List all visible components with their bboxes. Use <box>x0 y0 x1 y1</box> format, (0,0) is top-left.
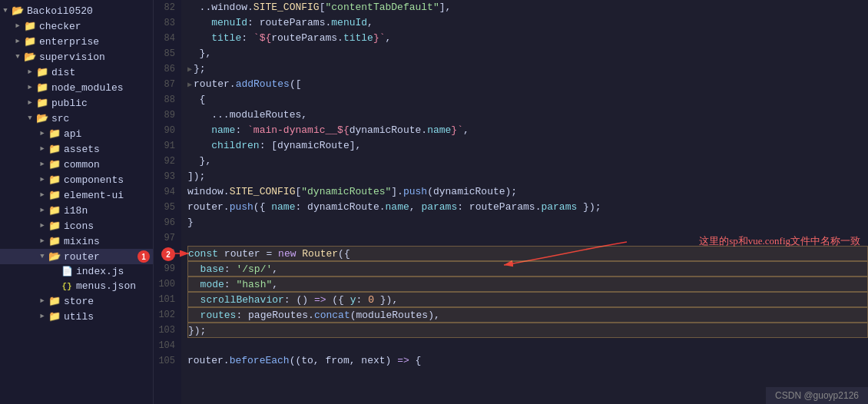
line-num-100: 100 <box>157 277 175 292</box>
code-line-105: router.beforeEach((to, from, next) => { <box>187 353 868 369</box>
file-tree[interactable]: ▼📂Backoil0520►📁checker►📁enterprise▼📂supe… <box>0 0 154 404</box>
code-line-82: ..window.SITE_CONFIG["contentTabDefault"… <box>187 0 868 15</box>
tree-item-label: enterprise <box>39 36 99 48</box>
folder-icon: 📁 <box>35 66 49 78</box>
badge-2: 2 <box>161 247 175 261</box>
sidebar-item-public[interactable]: ►📁public <box>0 95 153 111</box>
sidebar-item-index-js[interactable]: 📄index.js <box>0 264 153 279</box>
line-num-91: 91 <box>157 138 175 154</box>
tree-item-label: mixins <box>64 236 100 247</box>
folder-arrow: ▼ <box>37 253 48 260</box>
sidebar-item-element-ui[interactable]: ►📁element-ui <box>0 187 153 203</box>
line-num-105: 105 <box>157 353 175 369</box>
line-num-93: 93 <box>157 169 175 184</box>
folder-open-icon: 📂 <box>35 112 49 124</box>
line-num-99: 99 <box>157 261 175 277</box>
sidebar-item-dist[interactable]: ►📁dist <box>0 65 153 80</box>
folder-icon: 📁 <box>48 174 61 186</box>
tree-item-label: assets <box>64 144 100 155</box>
tree-item-label: i18n <box>64 205 88 217</box>
sidebar-item-components[interactable]: ►📁components <box>0 172 153 187</box>
sidebar-item-utils[interactable]: ►📁utils <box>0 309 153 324</box>
sidebar-item-assets[interactable]: ►📁assets <box>0 141 153 157</box>
folder-icon: 📁 <box>48 310 61 323</box>
sidebar-item-common[interactable]: ►📁common <box>0 157 153 172</box>
file-js-icon: 📄 <box>60 266 74 277</box>
sidebar-item-icons[interactable]: ►📁icons <box>0 218 153 233</box>
folder-arrow: ► <box>37 313 48 320</box>
folder-icon: 📁 <box>48 143 61 155</box>
tree-item-label: router <box>64 251 100 263</box>
sidebar-item-enterprise[interactable]: ►📁enterprise <box>0 34 153 49</box>
line-num-87: 87 <box>157 77 175 92</box>
sidebar-item-menus-json[interactable]: {}menus.json <box>0 279 153 293</box>
tree-item-label: api <box>64 128 81 140</box>
line-num-83: 83 <box>157 15 175 31</box>
folder-icon: 📁 <box>48 204 61 217</box>
line-num-84: 84 <box>157 31 175 46</box>
line-num-96: 96 <box>157 215 175 230</box>
folder-open-icon: 📂 <box>23 51 37 63</box>
annotation-comment: 这里的sp和vue.config文件中名称一致 <box>699 234 860 248</box>
folder-icon: 📁 <box>23 20 37 32</box>
code-line-100: mode: "hash", <box>187 277 868 292</box>
line-num-89: 89 <box>157 108 175 123</box>
code-line-86: ▶}; <box>187 61 868 77</box>
sidebar-item-mixins[interactable]: ►📁mixins <box>0 233 153 249</box>
tree-item-label: utils <box>64 311 94 323</box>
folder-open-icon: 📂 <box>48 250 61 263</box>
tree-item-label: dist <box>51 67 75 78</box>
folder-arrow: ► <box>37 191 48 199</box>
folder-icon: 📁 <box>48 295 61 307</box>
folder-arrow: ► <box>37 297 48 305</box>
sidebar-item-store[interactable]: ►📁store <box>0 293 153 309</box>
folder-icon: 📁 <box>35 97 49 109</box>
sidebar-item-i18n[interactable]: ►📁i18n <box>0 203 153 218</box>
folder-arrow: ► <box>12 22 23 30</box>
code-line-103: }); <box>187 323 868 338</box>
tree-item-label: public <box>51 98 88 109</box>
badge-1: 1 <box>137 250 150 263</box>
folder-arrow: ▼ <box>25 114 35 122</box>
tree-item-label: checker <box>39 21 81 32</box>
line-numbers: 8283848586878889909192939495969798991001… <box>154 0 181 404</box>
tree-item-label: common <box>64 159 100 171</box>
folder-open-icon: 📂 <box>11 5 25 17</box>
folder-icon: 📁 <box>48 220 61 232</box>
code-line-89: ...moduleRoutes, <box>187 108 868 123</box>
tree-item-label: icons <box>64 220 94 232</box>
code-line-84: title: `${routeParams.title}`, <box>187 31 868 46</box>
code-line-93: ]); <box>187 169 868 184</box>
tree-item-label: supervision <box>39 51 105 63</box>
line-num-86: 86 <box>157 61 175 77</box>
line-num-97: 97 <box>157 230 175 246</box>
code-line-88: { <box>187 92 868 108</box>
folder-icon: 📁 <box>48 189 61 201</box>
sidebar-item-supervision[interactable]: ▼📂supervision <box>0 49 153 65</box>
sidebar-item-router[interactable]: ▼📂router1 <box>0 249 153 264</box>
tree-item-label: index.js <box>76 266 124 277</box>
line-num-85: 85 <box>157 46 175 61</box>
code-line-85: }, <box>187 46 868 61</box>
sidebar-item-backoil0520[interactable]: ▼📂Backoil0520 <box>0 3 153 18</box>
code-line-98: const router = new Router({ <box>187 246 868 261</box>
line-num-92: 92 <box>157 154 175 169</box>
folder-arrow: ► <box>12 38 23 45</box>
tree-item-label: components <box>64 174 124 186</box>
folder-icon: 📁 <box>48 127 61 140</box>
sidebar-item-src[interactable]: ▼📂src <box>0 111 153 126</box>
code-lines: ..window.SITE_CONFIG["contentTabDefault"… <box>181 0 868 404</box>
folder-arrow: ► <box>37 145 48 153</box>
code-line-90: name: `main-dynamic__${dynamicRoute.name… <box>187 123 868 138</box>
sidebar-item-node_modules[interactable]: ►📁node_modules <box>0 80 153 95</box>
tree-item-label: src <box>51 113 69 124</box>
tree-item-label: node_modules <box>51 82 124 94</box>
code-line-102: routes: pageRoutes.concat(moduleRoutes), <box>187 307 868 323</box>
folder-icon: 📁 <box>48 158 61 171</box>
line-num-88: 88 <box>157 92 175 108</box>
sidebar-item-api[interactable]: ►📁api <box>0 126 153 141</box>
tree-item-label: Backoil0520 <box>27 5 93 17</box>
bottom-bar: CSDN @guoyp2126 <box>766 387 868 404</box>
sidebar-item-checker[interactable]: ►📁checker <box>0 18 153 34</box>
code-line-91: children: [dynamicRoute], <box>187 138 868 154</box>
